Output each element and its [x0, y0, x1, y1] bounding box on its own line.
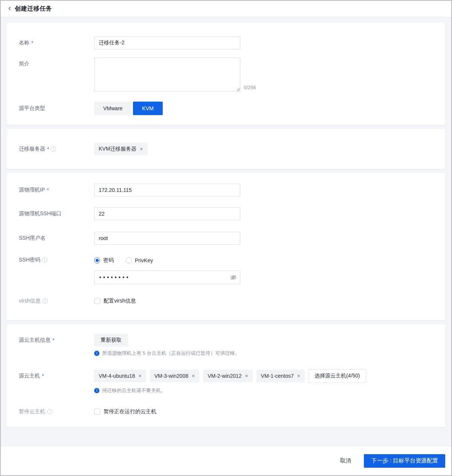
- virsh-row: virsh信息 i 配置virsh信息: [19, 298, 433, 304]
- vm-shutdown-note: i 待迁移的云主机请不要关机。: [94, 387, 433, 394]
- vm-info-note: i 所选源物理机上有 5 台云主机（正在运行或已暂停）可供迁移。: [94, 350, 433, 357]
- pause-vm-label: 暂停云主机 i: [19, 408, 94, 415]
- source-ip-input[interactable]: [94, 184, 240, 196]
- source-ip-row: 源物理机IP *: [19, 184, 433, 196]
- checkbox-icon: [94, 409, 100, 415]
- basic-info-card: 名称 * 简介 0/256 源平台类型 VMware KVM: [7, 23, 445, 125]
- ssh-port-row: 源物理机SSH端口: [19, 207, 433, 220]
- vm-shutdown-note-text: 待迁移的云主机请不要关机。: [102, 387, 166, 394]
- vm-select-label-text: 源云主机: [19, 373, 40, 379]
- platform-label-text: 源平台类型: [19, 105, 45, 112]
- info-icon[interactable]: i: [42, 257, 47, 263]
- cancel-button[interactable]: 取消: [340, 457, 351, 464]
- pause-vm-row: 暂停云主机 i 暂停正在运行的云主机: [19, 408, 433, 415]
- virsh-checkbox[interactable]: 配置virsh信息: [94, 298, 136, 304]
- tag-text: KVM迁移服务器: [99, 146, 136, 152]
- remove-tag-icon[interactable]: ×: [245, 373, 248, 379]
- vm-select-row: 源云主机 * VM-4-ubuntu18 × VM-3-win2008 × VM…: [19, 369, 433, 383]
- virsh-label: virsh信息 i: [19, 298, 94, 304]
- migration-server-label: 迁移服务器 * i: [19, 146, 94, 152]
- platform-option-kvm[interactable]: KVM: [133, 102, 162, 115]
- create-migration-task-page: ‹ 创建迁移任务 名称 * 简介 0/256 源平台类型: [0, 0, 452, 476]
- tag-text: VM-3-win2008: [154, 373, 188, 379]
- remove-tag-icon[interactable]: ×: [192, 373, 195, 379]
- name-row: 名称 *: [19, 36, 433, 49]
- radio-unselected-icon: [126, 257, 132, 263]
- info-filled-icon: i: [94, 388, 99, 393]
- name-input[interactable]: [94, 36, 240, 49]
- pause-vm-label-text: 暂停云主机: [19, 408, 45, 415]
- info-filled-icon: i: [94, 351, 99, 356]
- refresh-button[interactable]: 重新获取: [94, 334, 128, 347]
- description-label-text: 简介: [19, 61, 29, 67]
- ssh-user-label: SSH用户名: [19, 235, 94, 242]
- vm-tag: VM-2-win2012 ×: [203, 370, 252, 382]
- source-ip-label-text: 源物理机IP: [19, 187, 45, 193]
- vm-tag: VM-3-win2008 ×: [150, 370, 199, 382]
- migration-server-card: 迁移服务器 * i KVM迁移服务器 ×: [7, 129, 445, 169]
- source-host-card: 源物理机IP * 源物理机SSH端口 SSH用户名 SSH密码: [7, 173, 445, 320]
- ssh-user-row: SSH用户名: [19, 232, 433, 245]
- checkbox-icon: [94, 298, 100, 304]
- migration-server-tag: KVM迁移服务器 ×: [94, 143, 148, 155]
- info-icon[interactable]: i: [51, 146, 56, 152]
- password-input[interactable]: [94, 271, 240, 284]
- radio-password-label: 密码: [103, 257, 114, 264]
- required-mark: *: [47, 146, 49, 152]
- ssh-port-label-text: 源物理机SSH端口: [19, 210, 61, 217]
- tag-text: VM-4-ubuntu18: [99, 373, 135, 379]
- ssh-user-label-text: SSH用户名: [19, 235, 46, 242]
- vm-tags: VM-4-ubuntu18 × VM-3-win2008 × VM-2-win2…: [94, 369, 366, 383]
- ssh-port-label: 源物理机SSH端口: [19, 210, 94, 217]
- char-counter: 0/256: [244, 85, 256, 90]
- source-ip-label: 源物理机IP *: [19, 187, 94, 193]
- platform-label: 源平台类型: [19, 105, 94, 112]
- select-vm-button[interactable]: 选择源云主机(4/50): [308, 369, 366, 383]
- vm-tag: VM-4-ubuntu18 ×: [94, 370, 146, 382]
- required-mark: *: [47, 187, 49, 193]
- platform-toggle: VMware KVM: [94, 102, 163, 115]
- virsh-label-text: virsh信息: [19, 298, 41, 304]
- eye-invisible-icon[interactable]: [230, 274, 237, 281]
- form-body: 名称 * 简介 0/256 源平台类型 VMware KVM: [1, 17, 451, 446]
- vm-tag: VM-1-centos7 ×: [257, 370, 305, 382]
- radio-selected-icon: [94, 257, 100, 263]
- pause-vm-checkbox[interactable]: 暂停正在运行的云主机: [94, 408, 156, 415]
- virsh-checkbox-label: 配置virsh信息: [104, 298, 136, 304]
- page-title: 创建迁移任务: [15, 5, 52, 13]
- vm-info-label-text: 源云主机信息: [19, 337, 50, 344]
- required-mark: *: [52, 337, 54, 343]
- info-icon[interactable]: i: [47, 409, 52, 414]
- ssh-auth-controls: 密码 PrivKey: [94, 257, 240, 284]
- ssh-user-input[interactable]: [94, 232, 240, 245]
- vm-info-note-text: 所选源物理机上有 5 台云主机（正在运行或已暂停）可供迁移。: [102, 350, 240, 357]
- remove-tag-icon[interactable]: ×: [297, 373, 300, 379]
- back-icon[interactable]: ‹: [8, 4, 11, 12]
- platform-option-vmware[interactable]: VMware: [94, 102, 131, 115]
- tag-text: VM-2-win2012: [208, 373, 241, 379]
- migration-server-label-text: 迁移服务器: [19, 146, 45, 152]
- required-mark: *: [31, 40, 33, 46]
- required-mark: *: [42, 373, 44, 379]
- password-field-wrap: [94, 271, 240, 284]
- radio-privkey-label: PrivKey: [135, 257, 153, 263]
- ssh-password-row: SSH密码 i 密码 PrivKey: [19, 257, 433, 284]
- page-header: ‹ 创建迁移任务: [1, 1, 451, 17]
- tag-text: VM-1-centos7: [261, 373, 294, 379]
- ssh-port-input[interactable]: [94, 207, 240, 220]
- radio-password[interactable]: 密码: [94, 257, 114, 264]
- next-step-button[interactable]: 下一步 : 目标平台资源配置: [364, 454, 445, 468]
- vm-select-label: 源云主机 *: [19, 373, 94, 379]
- ssh-password-label: SSH密码 i: [19, 257, 94, 263]
- vm-info-row: 源云主机信息 * 重新获取: [19, 334, 433, 347]
- name-label-text: 名称: [19, 40, 29, 46]
- name-label: 名称 *: [19, 40, 94, 46]
- radio-privkey[interactable]: PrivKey: [126, 257, 153, 263]
- remove-tag-icon[interactable]: ×: [140, 146, 143, 152]
- description-textarea[interactable]: [94, 58, 240, 91]
- pause-vm-checkbox-label: 暂停正在运行的云主机: [104, 408, 156, 415]
- description-row: 简介 0/256: [19, 58, 433, 91]
- ssh-password-label-text: SSH密码: [19, 257, 40, 263]
- remove-tag-icon[interactable]: ×: [139, 373, 142, 379]
- info-icon[interactable]: i: [43, 298, 48, 304]
